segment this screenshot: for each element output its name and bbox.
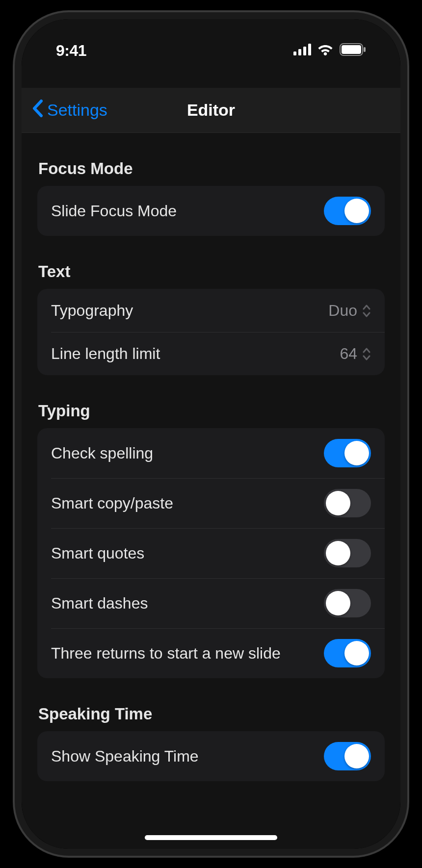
slide-focus-switch[interactable]: [324, 197, 371, 225]
section-header-typing: Typing: [37, 375, 385, 428]
three-returns-switch[interactable]: [324, 639, 371, 667]
smart-quotes-label: Smart quotes: [51, 544, 144, 562]
screen: 9:41 Settings Editor: [22, 19, 400, 849]
svg-rect-6: [364, 47, 366, 52]
row-line-length[interactable]: Line length limit 64: [37, 332, 385, 375]
row-slide-focus: Slide Focus Mode: [37, 186, 385, 236]
svg-rect-1: [298, 49, 301, 55]
wifi-icon: [317, 44, 334, 57]
status-bar: 9:41: [22, 19, 400, 68]
svg-rect-0: [293, 51, 296, 55]
typography-value-container: Duo: [328, 302, 371, 320]
typography-value: Duo: [328, 302, 357, 320]
back-label: Settings: [47, 101, 107, 120]
row-smart-quotes: Smart quotes: [37, 528, 385, 578]
battery-icon: [340, 43, 366, 58]
row-check-spelling: Check spelling: [37, 428, 385, 478]
group-text: Typography Duo Line length limit 64: [37, 289, 385, 375]
check-spelling-switch[interactable]: [324, 439, 371, 467]
cellular-icon: [293, 44, 311, 57]
up-down-icon: [362, 347, 371, 360]
smart-dashes-switch[interactable]: [324, 589, 371, 617]
smart-dashes-label: Smart dashes: [51, 594, 148, 613]
up-down-icon: [362, 304, 371, 317]
smart-copy-label: Smart copy/paste: [51, 494, 173, 512]
typography-label: Typography: [51, 302, 133, 320]
row-typography[interactable]: Typography Duo: [37, 289, 385, 332]
row-smart-copy: Smart copy/paste: [37, 478, 385, 528]
chevron-left-icon: [31, 99, 43, 122]
section-header-speaking: Speaking Time: [37, 678, 385, 731]
group-focus: Slide Focus Mode: [37, 186, 385, 236]
back-button[interactable]: Settings: [31, 99, 107, 122]
show-speaking-switch[interactable]: [324, 742, 371, 770]
smart-quotes-switch[interactable]: [324, 539, 371, 567]
line-length-label: Line length limit: [51, 345, 160, 363]
smart-copy-switch[interactable]: [324, 489, 371, 517]
check-spelling-label: Check spelling: [51, 444, 153, 462]
row-smart-dashes: Smart dashes: [37, 578, 385, 628]
group-typing: Check spelling Smart copy/paste Smart qu…: [37, 428, 385, 678]
show-speaking-label: Show Speaking Time: [51, 747, 199, 766]
row-three-returns: Three returns to start a new slide: [37, 628, 385, 678]
row-show-speaking: Show Speaking Time: [37, 731, 385, 781]
phone-frame: 9:41 Settings Editor: [15, 12, 407, 856]
svg-rect-3: [308, 44, 311, 55]
page-title: Editor: [187, 101, 235, 120]
three-returns-label: Three returns to start a new slide: [51, 644, 281, 663]
status-icons: [293, 43, 366, 58]
home-indicator[interactable]: [145, 835, 277, 840]
svg-rect-2: [303, 47, 306, 55]
group-speaking: Show Speaking Time: [37, 731, 385, 781]
content: Focus Mode Slide Focus Mode Text Typogra…: [22, 133, 400, 849]
slide-focus-label: Slide Focus Mode: [51, 202, 177, 220]
line-length-value: 64: [340, 345, 357, 363]
section-header-text: Text: [37, 236, 385, 289]
status-time: 9:41: [56, 42, 86, 60]
navigation-bar: Settings Editor: [22, 88, 400, 133]
svg-rect-5: [342, 45, 361, 54]
line-length-value-container: 64: [340, 345, 371, 363]
section-header-focus: Focus Mode: [37, 133, 385, 186]
